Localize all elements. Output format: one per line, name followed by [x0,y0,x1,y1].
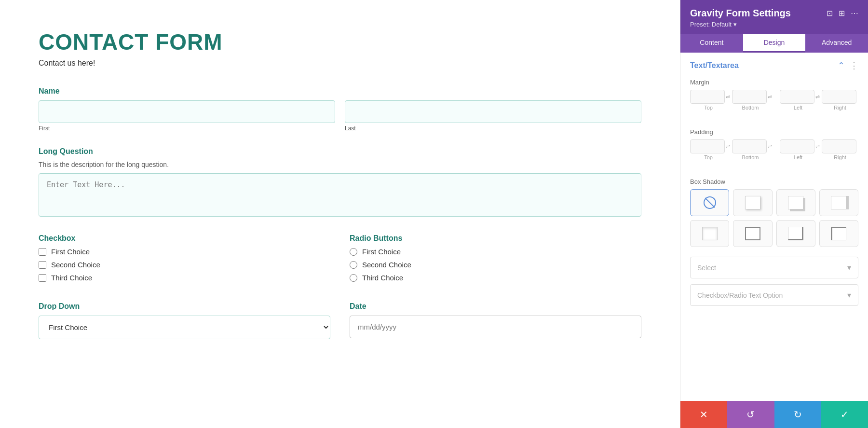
panel-tabs: Content Design Advanced [680,34,868,53]
screenshot-icon[interactable]: ⊡ [827,9,833,18]
panel-preset[interactable]: Preset: Default ▾ [690,21,858,28]
select-setting-label: Select [697,264,716,272]
form-title-section: CONTACT FORM Contact us here! [39,29,641,68]
list-item: Second Choice [39,261,330,269]
panel-footer: ✕ ↺ ↻ ✓ [680,401,868,428]
padding-top-sublabel: Top [690,154,727,160]
name-field-section: Name First Last [39,87,641,132]
margin-group: Margin 0 ⇌ Top 0 ⇌ Bottom [690,79,858,119]
margin-bottom-group: 0 ⇌ Bottom [732,90,772,110]
padding-top-input-row: 16px ⇌ [690,139,730,153]
radio-third[interactable] [350,274,357,282]
margin-top-input[interactable]: 0 [690,90,725,104]
padding-label: Padding [690,128,858,136]
margin-bottom-input-row: 0 ⇌ [732,90,772,104]
padding-right-input-row: 16px [822,139,858,153]
margin-bottom-input[interactable]: 0 [732,90,767,104]
shadow-none-option[interactable] [690,189,729,216]
checkbox-radio-label: Checkbox/Radio Text Option [697,291,783,299]
margin-right-input[interactable]: 0 [822,90,856,104]
shadow-thick-option[interactable] [733,220,772,247]
radio-label: Radio Buttons [350,234,641,243]
dropdown-col: Drop Down First Choice Second Choice Thi… [39,302,330,339]
shadow-bottom-right-option[interactable] [776,220,815,247]
radio-col: Radio Buttons First Choice Second Choice… [350,234,641,287]
padding-left-sublabel: Left [780,154,816,160]
radio-first[interactable] [350,248,357,256]
first-name-col: First [39,100,335,132]
select-dropdown-setting[interactable]: Select ▾ [690,257,858,278]
margin-top-input-row: 0 ⇌ [690,90,730,104]
first-name-input[interactable] [39,100,335,123]
cancel-button[interactable]: ✕ [680,401,727,428]
dropdown-select[interactable]: First Choice Second Choice Third Choice [39,316,330,339]
margin-label: Margin [690,79,858,86]
more-icon[interactable]: ⋯ [851,9,858,18]
padding-right-input[interactable]: 16px [822,139,856,153]
section-title: Text/Textarea [690,61,739,70]
padding-bottom-link-icon[interactable]: ⇌ [768,143,772,150]
layout-icon[interactable]: ⊞ [839,9,845,18]
padding-right-sublabel: Right [822,154,858,160]
long-question-description: This is the description for the long que… [39,161,641,168]
padding-top-link-icon[interactable]: ⇌ [726,143,730,150]
padding-bottom-sublabel: Bottom [732,154,769,160]
date-label: Date [350,302,641,311]
checkbox-third[interactable] [39,274,46,282]
padding-top-group: 16px ⇌ Top [690,139,730,160]
shadow-inner-option[interactable] [690,220,729,247]
padding-bottom-group: 16px ⇌ Bottom [732,139,772,160]
radio-third-label: Third Choice [362,274,403,282]
redo-button[interactable]: ↻ [774,401,821,428]
select-chevron-icon: ▾ [847,263,851,272]
checkbox-first-label: First Choice [51,248,90,256]
long-question-label: Long Question [39,147,641,156]
padding-left-group: 16px ⇌ Left [780,139,820,160]
shadow-right-option[interactable] [819,189,858,216]
panel-header: Gravity Form Settings ⊡ ⊞ ⋯ Preset: Defa… [680,0,868,34]
padding-left-input[interactable]: 16px [780,139,814,153]
tab-design[interactable]: Design [743,34,806,53]
margin-left-link-icon[interactable]: ⇌ [815,94,820,100]
padding-left-link-icon[interactable]: ⇌ [815,143,820,150]
date-input[interactable] [350,316,641,338]
margin-bottom-sublabel: Bottom [732,105,769,110]
checkbox-first[interactable] [39,248,46,256]
margin-bottom-link-icon[interactable]: ⇌ [768,94,772,100]
form-title: CONTACT FORM [39,29,641,55]
save-button[interactable]: ✓ [821,401,868,428]
margin-left-input[interactable]: 0 [780,90,814,104]
shadow-md-option[interactable] [776,189,815,216]
checkbox-radio-setting[interactable]: Checkbox/Radio Text Option ▾ [690,284,858,306]
section-chevron-icon[interactable]: ⌃ [838,60,845,71]
dropdown-label: Drop Down [39,302,330,311]
checkbox-second[interactable] [39,261,46,269]
padding-bottom-input[interactable]: 16px [732,139,767,153]
padding-top-input[interactable]: 16px [690,139,725,153]
last-name-input[interactable] [345,100,641,123]
list-item: First Choice [350,248,641,256]
list-item: Second Choice [350,261,641,269]
padding-left-input-row: 16px ⇌ [780,139,820,153]
section-more-icon[interactable]: ⋮ [850,60,858,71]
tab-content[interactable]: Content [680,34,743,53]
margin-right-group: 0 Right [822,90,858,110]
margin-top-sublabel: Top [690,105,727,110]
shadow-top-left-option[interactable] [819,220,858,247]
long-question-textarea[interactable] [39,173,641,217]
shadow-sm-option[interactable] [733,189,772,216]
first-name-sublabel: First [39,125,335,132]
long-question-section: Long Question This is the description fo… [39,147,641,219]
name-label: Name [39,87,641,96]
margin-top-link-icon[interactable]: ⇌ [726,94,730,100]
radio-second[interactable] [350,261,357,269]
margin-left-sublabel: Left [780,105,816,110]
tab-advanced[interactable]: Advanced [805,34,868,53]
checkbox-radio-section: Checkbox First Choice Second Choice Thir… [39,234,641,287]
undo-button[interactable]: ↺ [727,401,774,428]
checkbox-label: Checkbox [39,234,330,243]
checkbox-third-label: Third Choice [51,274,92,282]
radio-list: First Choice Second Choice Third Choice [350,248,641,282]
main-content-area: CONTACT FORM Contact us here! Name First… [0,0,680,428]
dropdown-date-section: Drop Down First Choice Second Choice Thi… [39,302,641,339]
